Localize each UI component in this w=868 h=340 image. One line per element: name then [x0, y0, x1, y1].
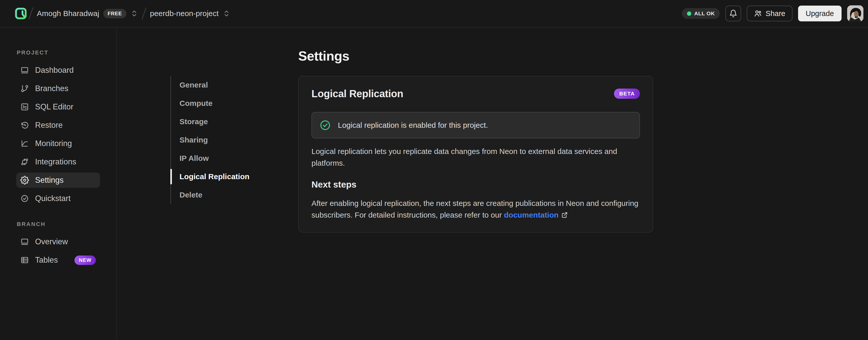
sidebar-item-label: Monitoring	[35, 139, 72, 148]
neon-logo[interactable]	[15, 7, 27, 20]
bell-icon	[729, 9, 737, 18]
user-avatar[interactable]	[847, 5, 863, 22]
subnav-storage[interactable]: Storage	[171, 112, 298, 131]
sidebar-item-monitoring[interactable]: Monitoring	[16, 136, 100, 151]
browser-icon	[20, 237, 29, 246]
avatar-photo	[847, 5, 863, 22]
project-selector[interactable]: peerdb-neon-project	[148, 8, 232, 19]
gear-icon	[20, 176, 29, 185]
card-description: Logical replication lets you replicate d…	[311, 146, 640, 169]
status-label: ALL OK	[694, 10, 715, 17]
sidebar-item-label: Tables	[35, 256, 58, 265]
banner-text: Logical replication is enabled for this …	[338, 121, 488, 130]
page-title: Settings	[298, 48, 653, 64]
share-button[interactable]: Share	[747, 6, 792, 21]
git-branch-icon	[20, 84, 29, 93]
sidebar-item-label: Branches	[35, 84, 68, 93]
sidebar-section-branch: BRANCH	[17, 221, 116, 228]
sidebar-item-quickstart[interactable]: Quickstart	[16, 191, 100, 206]
history-clock-icon	[20, 121, 29, 130]
plan-badge: FREE	[103, 9, 126, 18]
sidebar-item-integrations[interactable]: Integrations	[16, 154, 100, 169]
subnav-ip-allow[interactable]: IP Allow	[171, 149, 298, 167]
browser-icon	[20, 66, 29, 75]
external-link-icon	[561, 211, 568, 219]
upgrade-button[interactable]: Upgrade	[798, 6, 842, 21]
beta-badge: BETA	[614, 89, 640, 99]
sidebar-item-dashboard[interactable]: Dashboard	[16, 63, 100, 78]
sidebar: PROJECT Dashboard Branches	[0, 27, 117, 340]
sidebar-item-restore[interactable]: Restore	[16, 118, 100, 133]
table-icon	[20, 256, 29, 264]
main-content: Settings General Compute Storage Sharing…	[117, 27, 868, 340]
top-bar: Amogh Bharadwaj FREE peerdb-neon-project…	[0, 0, 868, 27]
sidebar-section-project: PROJECT	[17, 49, 116, 56]
subnav-sharing[interactable]: Sharing	[171, 131, 298, 149]
sidebar-item-tables[interactable]: Tables NEW	[16, 252, 100, 268]
next-steps-body: After enabling logical replication, the …	[311, 199, 639, 219]
account-name: Amogh Bharadwaj	[37, 9, 99, 18]
next-steps-title: Next steps	[311, 179, 640, 190]
sync-arrows-icon	[20, 158, 29, 166]
sidebar-item-sql-editor[interactable]: SQL Editor	[16, 99, 100, 115]
breadcrumb-slash	[29, 7, 33, 20]
sidebar-item-label: Integrations	[35, 157, 76, 166]
sidebar-item-label: SQL Editor	[35, 102, 73, 111]
documentation-link[interactable]: documentation	[504, 211, 559, 219]
terminal-icon	[20, 103, 29, 111]
neon-logo-icon	[15, 7, 27, 20]
header-actions: ALL OK Share Upgrade	[682, 5, 863, 22]
account-selector[interactable]: Amogh Bharadwaj FREE	[35, 7, 140, 20]
subnav-compute[interactable]: Compute	[171, 94, 298, 112]
sidebar-item-label: Restore	[35, 121, 63, 130]
subnav-delete[interactable]: Delete	[171, 186, 298, 204]
sidebar-item-branches[interactable]: Branches	[16, 81, 100, 96]
notifications-button[interactable]	[725, 6, 741, 21]
card-title: Logical Replication	[311, 88, 403, 100]
unfold-chevrons-icon	[130, 10, 138, 17]
status-badge[interactable]: ALL OK	[682, 8, 720, 19]
logical-replication-card: Logical Replication BETA Logical replica…	[298, 76, 653, 233]
sidebar-item-label: Quickstart	[35, 194, 71, 203]
check-circle-icon	[20, 194, 29, 203]
status-ok-dot	[687, 11, 691, 16]
sidebar-item-label: Dashboard	[35, 66, 74, 75]
subnav-general[interactable]: General	[171, 76, 298, 94]
sidebar-item-settings[interactable]: Settings	[16, 173, 100, 188]
subnav-logical-replication[interactable]: Logical Replication	[171, 167, 298, 186]
next-steps-text: After enabling logical replication, the …	[311, 197, 640, 221]
new-badge: NEW	[74, 256, 96, 265]
settings-subnav: General Compute Storage Sharing IP Allow…	[170, 76, 298, 204]
success-banner: Logical replication is enabled for this …	[311, 112, 640, 138]
project-name: peerdb-neon-project	[150, 9, 219, 18]
users-icon	[754, 9, 762, 18]
sidebar-item-overview[interactable]: Overview	[16, 234, 100, 249]
share-label: Share	[766, 9, 785, 18]
sidebar-item-label: Overview	[35, 237, 68, 246]
check-circle-icon	[319, 120, 331, 131]
breadcrumb-slash	[142, 7, 147, 20]
unfold-chevrons-icon	[223, 10, 230, 17]
chart-curve-icon	[20, 139, 29, 148]
sidebar-item-label: Settings	[35, 176, 64, 185]
